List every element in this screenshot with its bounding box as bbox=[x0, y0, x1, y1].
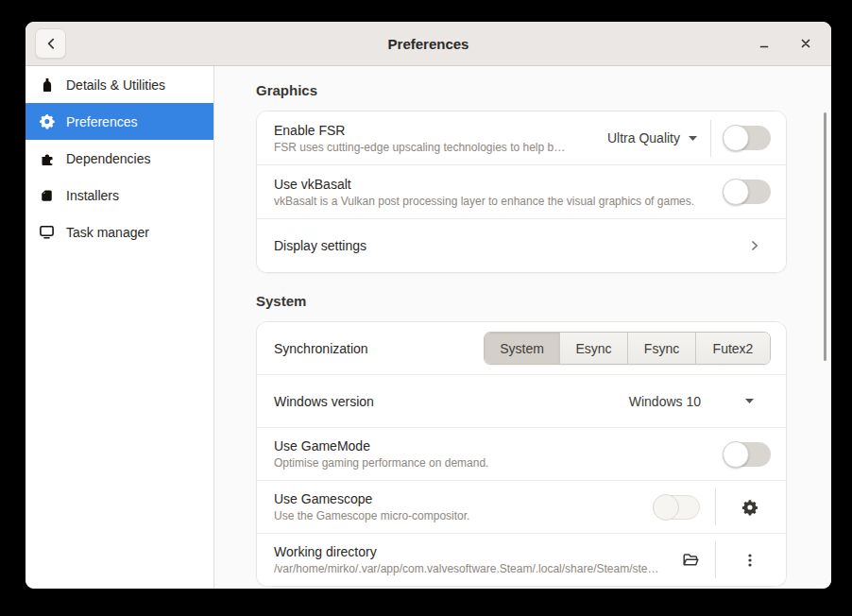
gear-icon bbox=[39, 113, 55, 129]
display-settings-row[interactable]: Display settings bbox=[257, 219, 786, 272]
vkbasalt-text: Use vkBasalt vkBasalt is a Vulkan post p… bbox=[274, 177, 724, 208]
synchronization-segmented-control: System Esync Fsync Futex2 bbox=[484, 332, 771, 365]
sidebar-item-label: Preferences bbox=[66, 114, 137, 129]
synchronization-text: Synchronization bbox=[274, 341, 484, 356]
sync-option-futex2[interactable]: Futex2 bbox=[695, 333, 770, 364]
dropdown-arrow-icon bbox=[744, 398, 755, 404]
row-title: Use vkBasalt bbox=[274, 177, 724, 192]
toggle-knob bbox=[723, 125, 749, 151]
row-separator bbox=[715, 541, 716, 578]
gamescope-settings-button[interactable] bbox=[741, 499, 758, 516]
windows-version-row: Windows version Windows 10 bbox=[257, 375, 786, 428]
gamemode-toggle[interactable] bbox=[724, 442, 771, 467]
toggle-knob bbox=[723, 441, 749, 468]
working-directory-row: Working directory /var/home/mirko/.var/a… bbox=[257, 534, 786, 586]
gamemode-row: Use GameMode Optimise gaming performance… bbox=[257, 428, 786, 481]
toggle-knob bbox=[723, 179, 749, 205]
sidebar-item-label: Dependencies bbox=[66, 151, 151, 166]
working-directory-menu-button[interactable] bbox=[742, 553, 758, 568]
row-separator bbox=[715, 488, 716, 525]
fsr-toggle[interactable] bbox=[724, 126, 771, 150]
row-subtitle: Use the Gamescope micro-compositor. bbox=[274, 509, 653, 522]
sidebar: Details & Utilities Preferences Dependen… bbox=[26, 66, 214, 589]
display-settings-text: Display settings bbox=[274, 238, 748, 253]
row-subtitle: vkBasalt is a Vulkan post processing lay… bbox=[274, 195, 724, 208]
vertical-scrollbar[interactable] bbox=[824, 112, 826, 361]
row-title: Windows version bbox=[274, 394, 629, 409]
enable-fsr-row: Enable FSR FSR uses cutting-edge upscali… bbox=[257, 111, 786, 165]
monitor-icon bbox=[39, 224, 55, 240]
bottle-icon bbox=[39, 77, 55, 93]
enable-fsr-text: Enable FSR FSR uses cutting-edge upscali… bbox=[274, 123, 607, 154]
synchronization-row: Synchronization System Esync Fsync Futex… bbox=[257, 322, 786, 375]
row-title: Working directory bbox=[274, 544, 682, 559]
sync-option-esync[interactable]: Esync bbox=[559, 333, 627, 364]
row-title: Synchronization bbox=[274, 341, 484, 356]
sidebar-item-label: Task manager bbox=[66, 225, 149, 240]
window-controls bbox=[754, 33, 816, 54]
gamescope-text: Use Gamescope Use the Gamescope micro-co… bbox=[274, 491, 653, 522]
sync-option-system[interactable]: System bbox=[485, 333, 559, 364]
gear-icon bbox=[741, 499, 758, 516]
fsr-quality-dropdown[interactable]: Ultra Quality bbox=[607, 130, 698, 145]
preferences-content: Graphics Enable FSR FSR uses cutting-edg… bbox=[214, 66, 831, 589]
sidebar-item-details-utilities[interactable]: Details & Utilities bbox=[26, 66, 213, 103]
sidebar-item-installers[interactable]: Installers bbox=[26, 177, 213, 214]
windows-version-value: Windows 10 bbox=[629, 394, 701, 409]
windows-version-text: Windows version bbox=[274, 394, 629, 409]
titlebar: Preferences bbox=[26, 22, 831, 66]
graphics-section-header: Graphics bbox=[256, 82, 787, 99]
working-directory-text: Working directory /var/home/mirko/.var/a… bbox=[274, 544, 682, 575]
row-subtitle: /var/home/mirko/.var/app/com.valvesoftwa… bbox=[274, 562, 682, 575]
close-icon bbox=[799, 37, 812, 50]
sidebar-item-label: Installers bbox=[66, 188, 119, 203]
gamemode-text: Use GameMode Optimise gaming performance… bbox=[274, 438, 724, 470]
row-separator bbox=[710, 120, 711, 157]
vkbasalt-row: Use vkBasalt vkBasalt is a Vulkan post p… bbox=[257, 165, 786, 219]
back-button[interactable] bbox=[35, 28, 66, 59]
fsr-quality-value: Ultra Quality bbox=[607, 130, 680, 145]
kebab-menu-icon bbox=[742, 553, 758, 568]
row-title: Use Gamescope bbox=[274, 491, 653, 506]
bag-icon bbox=[39, 187, 55, 203]
window-title: Preferences bbox=[26, 36, 831, 52]
folder-open-icon bbox=[682, 552, 700, 568]
sidebar-item-preferences[interactable]: Preferences bbox=[26, 103, 213, 140]
chevron-left-icon bbox=[43, 36, 59, 51]
app-body: Details & Utilities Preferences Dependen… bbox=[26, 66, 831, 589]
preferences-window: Preferences Details & Utilities bbox=[26, 22, 831, 589]
row-subtitle: Optimise gaming performance on demand. bbox=[274, 456, 724, 470]
chevron-right-icon bbox=[748, 239, 761, 252]
system-card: Synchronization System Esync Fsync Futex… bbox=[256, 321, 787, 587]
row-title: Use GameMode bbox=[274, 438, 724, 453]
minimize-icon bbox=[758, 37, 771, 50]
toggle-knob bbox=[653, 494, 679, 521]
close-button[interactable] bbox=[795, 33, 816, 54]
dropdown-arrow-icon bbox=[688, 135, 698, 142]
system-section-header: System bbox=[256, 293, 787, 310]
gamescope-toggle[interactable] bbox=[653, 495, 700, 520]
row-title: Enable FSR bbox=[274, 123, 607, 138]
gamescope-row: Use Gamescope Use the Gamescope micro-co… bbox=[257, 481, 786, 534]
puzzle-icon bbox=[39, 150, 55, 166]
sidebar-item-label: Details & Utilities bbox=[66, 77, 165, 93]
minimize-button[interactable] bbox=[754, 33, 775, 54]
browse-directory-button[interactable] bbox=[682, 552, 700, 568]
graphics-card: Enable FSR FSR uses cutting-edge upscali… bbox=[256, 111, 787, 273]
sidebar-item-task-manager[interactable]: Task manager bbox=[26, 214, 213, 250]
vkbasalt-toggle[interactable] bbox=[724, 180, 771, 204]
sidebar-item-dependencies[interactable]: Dependencies bbox=[26, 140, 213, 177]
windows-version-dropdown[interactable]: Windows 10 bbox=[629, 394, 755, 409]
row-subtitle: FSR uses cutting-edge upscaling technolo… bbox=[274, 141, 607, 154]
row-title: Display settings bbox=[274, 238, 748, 253]
sync-option-fsync[interactable]: Fsync bbox=[627, 333, 695, 364]
